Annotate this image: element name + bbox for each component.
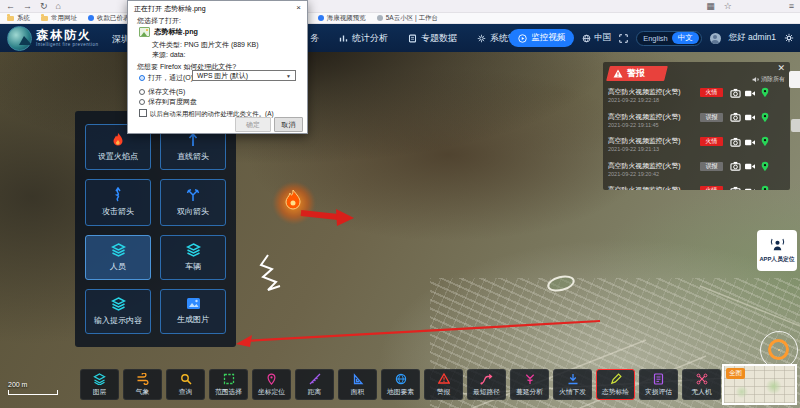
tool-spread-analysis[interactable]: 蔓延分析 <box>510 369 549 400</box>
dialog-filetype: 文件类型: PNG 图片文件 (889 KB) <box>152 40 259 50</box>
folder-icon <box>41 16 48 21</box>
avatar[interactable] <box>710 33 721 44</box>
double-arrow-button[interactable]: 双向箭头 <box>160 179 226 225</box>
attack-arrow-button[interactable]: 攻击箭头 <box>85 179 151 225</box>
alarm-row[interactable]: 高空防火视频监控(火警) 火情 <box>603 184 790 190</box>
drone-icon <box>696 373 708 385</box>
bookmark-item[interactable]: 海康视频预览 <box>318 14 366 23</box>
generate-image-button[interactable]: 生成图片 <box>160 289 226 334</box>
cancel-button[interactable]: 取消 <box>274 117 303 132</box>
minimap[interactable]: 全图 <box>722 364 797 405</box>
fullscreen-icon[interactable] <box>619 34 628 43</box>
camera-icon[interactable] <box>729 136 741 147</box>
menu-item-statistics[interactable]: 统计分析 <box>339 32 388 45</box>
bookmark-folder[interactable]: 系统 <box>7 14 30 23</box>
language-en[interactable]: English <box>643 34 668 43</box>
alarm-row[interactable]: 高空防火视频监控(火警) 2021-09-22 19:22:18 火情 <box>603 86 790 110</box>
globe-icon <box>395 373 407 385</box>
tool-weather[interactable]: 气象 <box>123 369 162 400</box>
camera-icon[interactable] <box>729 112 741 123</box>
tool-situation-plot[interactable]: 态势标绘 <box>596 369 635 400</box>
favicon <box>377 15 383 21</box>
camera-icon[interactable] <box>729 87 741 98</box>
input-hint-button[interactable]: 输入提示内容 <box>85 289 151 334</box>
location-pin-icon[interactable] <box>759 87 771 98</box>
app-locator-card[interactable]: APP人员定位 <box>757 230 797 271</box>
attack-arrow-icon <box>113 187 123 202</box>
minimap-tag[interactable]: 全图 <box>726 368 745 379</box>
compass-center <box>778 349 780 351</box>
radio-save-file[interactable]: 保存文件(S) <box>139 87 185 97</box>
tool-drone[interactable]: 无人机 <box>682 369 721 400</box>
extensions-icon[interactable]: ▦ <box>706 1 715 11</box>
chevron-down-icon: ▼ <box>286 73 291 79</box>
location-pin-icon[interactable] <box>759 112 771 123</box>
video-icon[interactable] <box>744 185 756 190</box>
dialog-close-icon[interactable]: × <box>296 3 301 12</box>
video-icon[interactable] <box>744 87 756 98</box>
video-icon[interactable] <box>744 161 756 172</box>
vehicle-button[interactable]: 车辆 <box>160 235 226 280</box>
tool-coordinate-locate[interactable]: 坐标定位 <box>252 369 291 400</box>
monitor-video-button[interactable]: 监控视频 <box>509 29 574 47</box>
tool-shortest-path[interactable]: 最短路径 <box>467 369 506 400</box>
alarm-close-icon[interactable]: ✕ <box>777 64 785 73</box>
fire-glow <box>272 182 316 224</box>
dialog-source: 来源: data: <box>152 50 185 60</box>
tool-search[interactable]: 查询 <box>166 369 205 400</box>
bookmark-item[interactable]: 5A云小区 | 工作台 <box>377 14 438 23</box>
video-icon[interactable] <box>744 112 756 123</box>
camera-icon[interactable] <box>729 185 741 190</box>
location-pin-icon[interactable] <box>759 136 771 147</box>
location-pin-icon[interactable] <box>759 161 771 172</box>
bottom-toolbar: 图层 气象 查询 范围选择 坐标定位 距离 面积 地图要素 <box>80 369 721 400</box>
tool-layers[interactable]: 图层 <box>80 369 119 400</box>
home-icon[interactable]: ⌂ <box>56 1 61 11</box>
favicon <box>88 15 94 21</box>
alarm-row[interactable]: 高空防火视频监控(火警) 2021-09-22 19:21:13 火情 <box>603 135 790 159</box>
clear-all-button[interactable]: 消除所有 <box>752 75 785 84</box>
map-edge-widget[interactable] <box>791 119 800 132</box>
video-icon[interactable] <box>744 136 756 147</box>
tool-alert[interactable]: 警报 <box>424 369 463 400</box>
alarm-row[interactable]: 高空防火视频监控(火警) 2021-09-22 19:20:42 误报 <box>603 160 790 184</box>
white-scribble <box>261 255 280 290</box>
ok-button[interactable]: 确定 <box>235 117 271 132</box>
checkbox-icon[interactable] <box>139 109 147 117</box>
tool-area[interactable]: 面积 <box>338 369 377 400</box>
route-icon <box>480 373 493 385</box>
language-zh[interactable]: 中文 <box>672 32 699 44</box>
camera-icon[interactable] <box>729 161 741 172</box>
play-circle-icon <box>518 34 527 43</box>
bookmark-folder[interactable]: 常用网址 <box>41 14 77 23</box>
app-locator-label: APP人员定位 <box>759 255 794 264</box>
radio-icon[interactable] <box>139 75 145 81</box>
tool-map-elements[interactable]: 地图要素 <box>381 369 420 400</box>
language-toggle[interactable]: English 中文 <box>636 31 702 46</box>
gear-icon <box>477 34 486 43</box>
back-icon[interactable]: ← <box>6 1 15 11</box>
tool-distance[interactable]: 距离 <box>295 369 334 400</box>
menu-item-topics[interactable]: 专题数据 <box>408 32 457 45</box>
tool-damage-assess[interactable]: 灾损评估 <box>639 369 678 400</box>
reload-icon[interactable]: ↻ <box>40 1 48 11</box>
radio-icon[interactable] <box>139 99 145 105</box>
radio-open-with[interactable]: 打开，通过(O) <box>139 73 193 83</box>
tool-range-select[interactable]: 范围选择 <box>209 369 248 400</box>
straight-arrow-icon <box>187 132 199 147</box>
map-edge-widget[interactable] <box>789 71 800 88</box>
radio-icon[interactable] <box>139 89 145 95</box>
alarm-row[interactable]: 高空防火视频监控(火警) 2021-09-22 19:11:45 误报 <box>603 111 790 135</box>
forward-icon[interactable]: → <box>23 1 32 11</box>
country-selector[interactable]: 中国 <box>582 32 611 44</box>
status-badge: 火情 <box>700 186 723 190</box>
location-pin-icon[interactable] <box>759 185 771 190</box>
download-dialog: 正在打开 态势标绘.png × 您选择了打开: 态势标绘.png 文件类型: P… <box>127 0 308 134</box>
browser-menu-icon[interactable]: ≡ <box>789 1 794 11</box>
tool-fire-dispatch[interactable]: 火情下发 <box>553 369 592 400</box>
personnel-button[interactable]: 人员 <box>85 235 151 280</box>
open-with-select[interactable]: WPS 图片 (默认)▼ <box>192 70 296 81</box>
bookmark-star-icon[interactable]: ☆ <box>724 1 732 11</box>
radio-save-baidu[interactable]: 保存到百度网盘 <box>139 97 197 107</box>
settings-gear-icon[interactable] <box>784 33 794 43</box>
